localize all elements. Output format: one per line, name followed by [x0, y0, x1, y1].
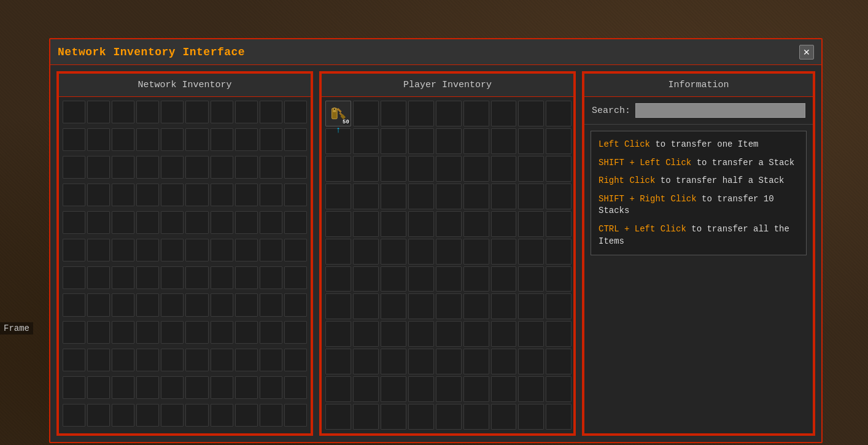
- player-cell[interactable]: [353, 184, 379, 209]
- player-cell[interactable]: [325, 404, 351, 430]
- network-cell[interactable]: [260, 376, 282, 399]
- player-cell[interactable]: [436, 101, 462, 126]
- network-cell[interactable]: [136, 101, 159, 123]
- network-cell[interactable]: [284, 266, 307, 289]
- network-cell[interactable]: [211, 349, 233, 371]
- player-cell[interactable]: [546, 184, 572, 209]
- player-cell[interactable]: [325, 321, 351, 347]
- network-cell[interactable]: [112, 184, 134, 206]
- player-cell[interactable]: [518, 321, 544, 347]
- player-cell[interactable]: [463, 184, 489, 209]
- network-cell[interactable]: [284, 293, 307, 316]
- network-cell[interactable]: [235, 376, 258, 399]
- network-cell[interactable]: [161, 239, 184, 261]
- player-cell[interactable]: [463, 266, 489, 292]
- network-cell[interactable]: [260, 266, 282, 289]
- network-cell[interactable]: [161, 321, 184, 344]
- player-cell[interactable]: [381, 128, 406, 154]
- player-cell[interactable]: [436, 293, 462, 319]
- player-cell[interactable]: [546, 128, 572, 154]
- player-cell[interactable]: [491, 156, 517, 182]
- network-cell[interactable]: [260, 101, 282, 123]
- network-cell[interactable]: [63, 321, 85, 344]
- network-cell[interactable]: [260, 404, 282, 427]
- network-cell[interactable]: [87, 266, 110, 289]
- player-cell[interactable]: [381, 156, 406, 182]
- network-cell[interactable]: [87, 404, 110, 427]
- player-cell[interactable]: [491, 239, 517, 265]
- network-cell[interactable]: [211, 128, 233, 151]
- player-cell[interactable]: [325, 376, 351, 402]
- network-cell[interactable]: [185, 128, 208, 151]
- player-cell[interactable]: [353, 376, 379, 402]
- player-cell[interactable]: [491, 321, 517, 347]
- network-cell[interactable]: [161, 349, 184, 371]
- network-cell[interactable]: [284, 376, 307, 399]
- network-cell[interactable]: [284, 101, 307, 123]
- player-cell[interactable]: [436, 266, 462, 292]
- network-cell[interactable]: [211, 184, 233, 206]
- network-cell[interactable]: [211, 293, 233, 316]
- network-cell[interactable]: [161, 184, 184, 206]
- network-cell[interactable]: [112, 156, 134, 179]
- network-cell[interactable]: [136, 321, 159, 344]
- network-cell[interactable]: [136, 404, 159, 427]
- player-cell[interactable]: [518, 349, 544, 374]
- player-cell[interactable]: [325, 184, 351, 209]
- network-cell[interactable]: [284, 184, 307, 206]
- network-cell[interactable]: [112, 128, 134, 151]
- network-cell[interactable]: [260, 211, 282, 234]
- player-cell[interactable]: [491, 211, 517, 237]
- player-cell[interactable]: [518, 404, 544, 430]
- player-cell[interactable]: [381, 293, 406, 319]
- network-cell[interactable]: [136, 239, 159, 261]
- network-cell[interactable]: [260, 184, 282, 206]
- network-cell[interactable]: [211, 211, 233, 234]
- player-cell[interactable]: [463, 376, 489, 402]
- network-cell[interactable]: [63, 376, 85, 399]
- player-cell[interactable]: [463, 128, 489, 154]
- network-cell[interactable]: [284, 156, 307, 179]
- player-cell[interactable]: [408, 128, 434, 154]
- network-cell[interactable]: [185, 184, 208, 206]
- player-cell[interactable]: [463, 211, 489, 237]
- player-cell[interactable]: [353, 239, 379, 265]
- player-cell[interactable]: [408, 349, 434, 374]
- network-cell[interactable]: [260, 349, 282, 371]
- player-cell[interactable]: [546, 101, 572, 126]
- search-input[interactable]: [635, 103, 805, 118]
- player-cell[interactable]: [518, 101, 544, 126]
- network-cell[interactable]: [211, 321, 233, 344]
- player-cell[interactable]: [546, 349, 572, 374]
- player-cell[interactable]: [381, 184, 406, 209]
- network-cell[interactable]: [161, 211, 184, 234]
- player-cell[interactable]: [491, 376, 517, 402]
- player-cell[interactable]: [325, 266, 351, 292]
- player-cell[interactable]: [325, 211, 351, 237]
- network-cell[interactable]: [161, 266, 184, 289]
- network-cell[interactable]: [185, 293, 208, 316]
- player-cell[interactable]: [436, 404, 462, 430]
- network-cell[interactable]: [112, 376, 134, 399]
- network-cell[interactable]: [112, 404, 134, 427]
- player-cell[interactable]: [436, 321, 462, 347]
- player-cell[interactable]: [436, 184, 462, 209]
- player-cell[interactable]: [491, 128, 517, 154]
- network-cell[interactable]: [211, 376, 233, 399]
- network-cell[interactable]: [136, 211, 159, 234]
- network-cell[interactable]: [235, 349, 258, 371]
- player-cell[interactable]: [408, 211, 434, 237]
- network-cell[interactable]: [63, 266, 85, 289]
- network-cell[interactable]: [185, 349, 208, 371]
- network-cell[interactable]: [63, 239, 85, 261]
- player-cell[interactable]: [408, 293, 434, 319]
- network-cell[interactable]: [112, 293, 134, 316]
- network-cell[interactable]: [260, 239, 282, 261]
- player-cell[interactable]: [491, 266, 517, 292]
- network-cell[interactable]: [211, 101, 233, 123]
- network-cell[interactable]: [284, 349, 307, 371]
- close-button[interactable]: ✕: [799, 45, 814, 60]
- player-cell[interactable]: [353, 349, 379, 374]
- network-cell[interactable]: [260, 293, 282, 316]
- network-cell[interactable]: [87, 128, 110, 151]
